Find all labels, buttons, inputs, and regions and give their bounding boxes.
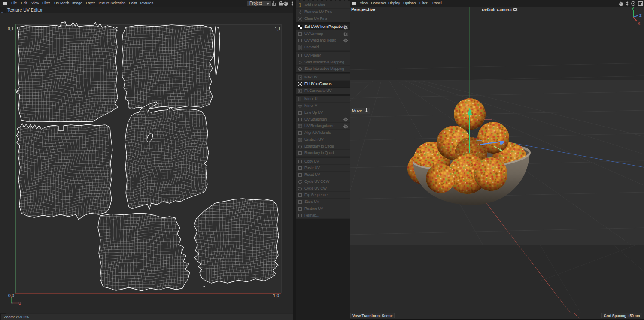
svg-text:U: U [18,301,21,305]
svg-text:Y: Y [632,7,634,11]
svg-text:1,1: 1,1 [275,27,281,31]
svg-text:X: X [638,21,640,26]
svg-text:1,0: 1,0 [273,293,279,298]
svg-text:0,0: 0,0 [8,293,14,298]
svg-text:0,1: 0,1 [8,27,14,31]
svg-text:Z: Z [639,13,642,18]
